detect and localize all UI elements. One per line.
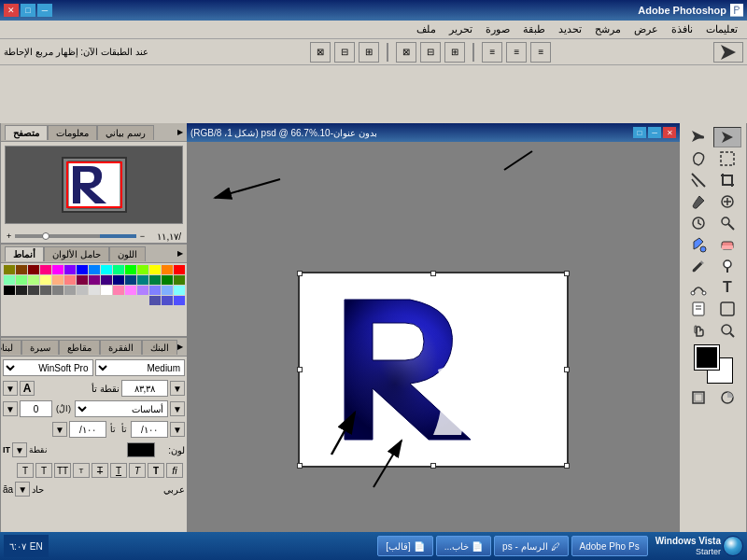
tab-color[interactable]: اللون — [109, 246, 146, 261]
font-size-decrease[interactable]: ▼ — [3, 381, 18, 396]
dist-btn5[interactable]: ⊟ — [334, 42, 355, 63]
fill-tool[interactable] — [684, 234, 712, 255]
color-swatch[interactable] — [113, 286, 124, 295]
color-swatch[interactable] — [149, 265, 161, 274]
sel-handle-tm[interactable] — [430, 271, 436, 276]
color-swatch[interactable] — [52, 286, 63, 295]
select-tool[interactable] — [684, 127, 712, 147]
taskbar-qalib[interactable]: 📄 [قالب] — [377, 536, 433, 556]
align-center-btn[interactable]: ≡ — [506, 42, 527, 63]
color-swatch[interactable] — [162, 265, 173, 274]
format-caps[interactable]: T — [35, 463, 52, 478]
color-swatch[interactable] — [149, 296, 161, 305]
options-tool-icon[interactable] — [713, 42, 743, 63]
doc-close-btn[interactable]: ✕ — [663, 127, 676, 138]
format-small-caps[interactable]: T — [17, 463, 34, 478]
align-right-btn[interactable]: ≡ — [482, 42, 502, 63]
color-swatch[interactable] — [137, 286, 148, 295]
char-panel-collapse[interactable]: ▶ — [177, 343, 183, 351]
color-swatch[interactable] — [125, 275, 136, 285]
menu-tabaka[interactable]: طبقة — [517, 21, 551, 37]
sel-handle-bm[interactable] — [430, 463, 436, 469]
heal-tool[interactable] — [713, 191, 741, 212]
color-swatch[interactable] — [137, 275, 148, 285]
tab-info[interactable]: معلومات — [48, 125, 97, 140]
maximize-button[interactable]: □ — [21, 4, 35, 17]
color-swatch[interactable] — [149, 286, 161, 295]
sel-handle-br[interactable] — [564, 463, 570, 469]
tracking-input[interactable] — [20, 400, 52, 417]
zoom-in-icon[interactable]: + — [7, 231, 11, 241]
color-swatch[interactable] — [40, 275, 51, 285]
quick-mask-btn[interactable] — [713, 387, 741, 408]
dist-btn3[interactable]: ⊠ — [396, 42, 416, 63]
zoom-slider[interactable] — [15, 234, 135, 238]
format-underline[interactable]: T — [110, 463, 127, 478]
color-swatch[interactable] — [101, 275, 112, 285]
sel-handle-tl[interactable] — [297, 271, 303, 276]
color-swatch[interactable] — [4, 286, 15, 295]
taskbar-ps[interactable]: Ps Adobe Pho — [571, 536, 648, 556]
color-swatch[interactable] — [77, 286, 88, 295]
color-swatch[interactable] — [4, 265, 15, 274]
color-swatch[interactable] — [28, 275, 39, 285]
format-sub[interactable]: TT — [54, 463, 71, 478]
color-swatch[interactable] — [77, 265, 88, 274]
color-swatch[interactable] — [113, 265, 124, 274]
doc-max-btn[interactable]: □ — [633, 127, 646, 138]
color-swatch[interactable] — [101, 265, 112, 274]
dist-btn6[interactable]: ⊠ — [310, 42, 331, 63]
foreground-color-box[interactable] — [695, 345, 719, 370]
windows-start[interactable]: Windows VistaStarter — [655, 536, 743, 556]
color-swatch[interactable] — [137, 265, 148, 274]
font-size-input[interactable] — [121, 380, 168, 397]
crop-tool[interactable] — [713, 170, 741, 190]
tab-para[interactable]: الفقرة — [100, 340, 142, 355]
color-swatch[interactable] — [162, 275, 173, 285]
tab-styles[interactable]: أنماط — [5, 246, 44, 261]
antialiasing-arrow[interactable]: ▼ — [15, 482, 30, 497]
color-swatch[interactable] — [162, 296, 173, 305]
scale-h-arrow[interactable]: ▼ — [52, 422, 67, 437]
color-panel-collapse[interactable]: ▶ — [177, 249, 183, 258]
color-swatch[interactable] — [28, 265, 39, 274]
panel-collapse-btn[interactable]: ▶ — [177, 128, 183, 136]
format-italic[interactable]: T — [129, 463, 146, 478]
sel-handle-mr[interactable] — [564, 367, 570, 372]
color-swatch[interactable] — [89, 275, 100, 285]
color-swatch[interactable] — [4, 275, 15, 285]
align-left-btn[interactable]: ≡ — [530, 42, 551, 63]
tab-swatches[interactable]: حامل الألوان — [44, 246, 109, 261]
marquee-tool[interactable] — [713, 148, 741, 169]
color-swatch[interactable] — [174, 265, 185, 274]
move-tool[interactable] — [713, 127, 741, 147]
menu-murshih[interactable]: مرشح — [589, 21, 627, 37]
format-bold[interactable]: T — [148, 463, 164, 478]
pen-tool[interactable] — [684, 256, 712, 276]
slice-tool[interactable] — [684, 170, 712, 190]
color-swatch[interactable] — [89, 286, 100, 295]
color-swatch[interactable] — [125, 265, 136, 274]
font-style-select[interactable]: Medium — [95, 359, 186, 376]
color-swatch[interactable] — [125, 286, 136, 295]
tab-hist[interactable]: سيرة — [21, 340, 59, 355]
notes-tool[interactable] — [684, 299, 712, 319]
color-swatch[interactable] — [174, 296, 185, 305]
color-swatch[interactable] — [64, 265, 76, 274]
eraser-tool[interactable] — [713, 234, 741, 255]
text-color-box[interactable] — [127, 442, 155, 457]
dodge-tool[interactable] — [713, 256, 741, 276]
scale-v-input[interactable] — [131, 421, 168, 438]
history-tool[interactable] — [684, 213, 712, 233]
brush-tool[interactable] — [684, 191, 712, 212]
scale-v-arrow[interactable]: ▼ — [170, 422, 185, 437]
zoom-out-icon[interactable]: − — [140, 231, 145, 241]
screen-mode-btn[interactable] — [684, 387, 712, 408]
tab-histogram[interactable]: رسم بياني — [97, 125, 154, 140]
font-aa-btn[interactable]: A — [20, 381, 35, 396]
menu-tahreer[interactable]: تحرير — [444, 21, 478, 37]
font-unit-arrow[interactable]: ▼ — [12, 442, 27, 457]
dist-btn1[interactable]: ⊞ — [444, 42, 465, 63]
format-super[interactable]: T — [73, 463, 90, 478]
leading-arrow[interactable]: ▼ — [170, 401, 185, 416]
